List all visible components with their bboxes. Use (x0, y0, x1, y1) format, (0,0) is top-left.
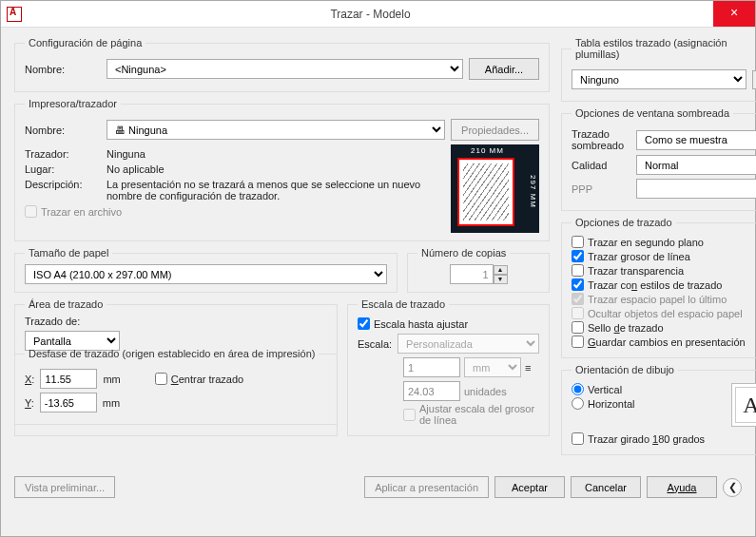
scale-equals: ≡ (525, 362, 539, 374)
apply-layout-button: Aplicar a presentación (364, 476, 489, 498)
plot-options-legend: Opciones de trazado (572, 217, 676, 228)
orientation-upside[interactable]: Trazar girado 180 grados (572, 432, 756, 445)
shaded-legend: Opciones de ventana sombreada (572, 107, 733, 119)
papersize-select[interactable]: ISO A4 (210.00 x 297.00 MM) (25, 264, 387, 284)
copies-input (450, 264, 494, 284)
page-config-legend: Configuración de página (25, 37, 145, 48)
scale-num-input (403, 357, 460, 377)
plotter-label: Trazador: (25, 148, 101, 160)
ok-button[interactable]: Aceptar (494, 476, 565, 498)
quality-label: Calidad (572, 160, 630, 171)
copies-down[interactable]: ▼ (494, 275, 508, 284)
scale-den-input (403, 381, 460, 401)
dpi-input (636, 179, 756, 199)
styletable-edit-button[interactable]: ☰ (752, 70, 756, 89)
scale-legend: Escala de trazado (358, 298, 449, 310)
page-config-name-label: Nombre: (25, 64, 101, 75)
copies-group: Número de copias ▲▼ (407, 247, 550, 293)
desc-value: La presentación no se trazará a menos qu… (107, 179, 436, 201)
offset-x-label: X: (25, 374, 34, 385)
offset-y-label: Y: (25, 397, 34, 409)
plotarea-legend: Área de trazado (25, 298, 107, 310)
plot-to-file-check: Trazar en archivo (25, 205, 436, 218)
printer-props-button: Propiedades... (451, 119, 539, 141)
scale-fit-check[interactable]: Escala hasta ajustar (358, 317, 539, 330)
offset-y-unit: mm (103, 397, 120, 409)
expand-button[interactable]: ❮ (723, 478, 742, 497)
plot-options-group: Opciones de trazado Trazar en segundo pl… (561, 217, 756, 358)
paper-preview: 210 MM 297 MM (451, 144, 539, 233)
papersize-legend: Tamaño de papel (25, 247, 112, 259)
desc-label: Descripción: (25, 179, 101, 190)
dpi-label: PPP (572, 183, 630, 195)
scale-select: Personalizada (397, 334, 539, 354)
orientation-icon: A (731, 383, 756, 427)
opt-paperspace-last: Trazar espacio papel lo último (572, 293, 756, 305)
shaded-group: Opciones de ventana sombreada Trazado so… (561, 107, 756, 211)
center-plot-check[interactable]: Centrar trazado (155, 373, 243, 385)
preview-width-label: 210 MM (451, 146, 524, 155)
opt-background[interactable]: Trazar en segundo plano (572, 236, 756, 248)
offset-y-input[interactable] (40, 393, 97, 412)
styletable-legend: Tabla estilos trazado (asignación plumil… (572, 37, 756, 60)
offset-group: Desfase de trazado (origen establecido e… (14, 348, 338, 425)
close-button[interactable]: × (713, 1, 755, 27)
offset-x-unit: mm (103, 374, 120, 385)
preview-button: Vista preliminar... (14, 476, 115, 498)
styletable-select[interactable]: Ninguno (572, 69, 746, 89)
orientation-group: Orientación de dibujo A Vertical Horizon… (561, 364, 756, 455)
opt-plotstyles[interactable]: Trazar con estilos de trazado (572, 278, 756, 291)
quality-select[interactable]: Normal (636, 155, 756, 175)
help-button[interactable]: Ayuda (647, 476, 717, 498)
page-config-name-select[interactable]: <Ninguna> (107, 59, 463, 79)
orientation-legend: Orientación de dibujo (572, 364, 678, 375)
opt-stamp[interactable]: Sello de trazado (572, 321, 756, 334)
scale-scale-label: Escala: (358, 338, 392, 350)
opt-lineweight[interactable]: Trazar grosor de línea (572, 250, 756, 262)
orientation-landscape[interactable]: Horizontal (572, 397, 731, 410)
window-title: Trazar - Modelo (28, 8, 713, 21)
location-label: Lugar: (25, 163, 101, 175)
plotter-value: Ninguna (107, 148, 145, 160)
page-config-add-button[interactable]: Añadir... (469, 58, 539, 80)
shade-select[interactable]: Como se muestra (636, 130, 756, 150)
printer-group: Impresora/trazador Nombre: 🖶 Ninguna Pro… (14, 98, 550, 241)
opt-hide-paperspace: Ocultar objetos del espacio papel (572, 307, 756, 319)
titlebar: Trazar - Modelo × (1, 1, 755, 28)
preview-paper-icon (457, 158, 514, 226)
plot-dialog: Trazar - Modelo × Configuración de págin… (0, 0, 756, 537)
printer-name-select[interactable]: 🖶 Ninguna (107, 120, 445, 140)
offset-legend: Desfase de trazado (origen establecido e… (25, 348, 319, 359)
printer-legend: Impresora/trazador (25, 98, 121, 109)
cancel-button[interactable]: Cancelar (571, 476, 641, 498)
app-icon (7, 7, 22, 22)
styletable-group: Tabla estilos trazado (asignación plumil… (561, 37, 756, 102)
scale-den-unit: unidades (464, 386, 521, 397)
scale-lw-check: Ajustar escala del grosor de línea (403, 403, 539, 426)
printer-name-label: Nombre: (25, 125, 101, 136)
preview-height-label: 297 MM (528, 156, 537, 227)
papersize-group: Tamaño de papel ISO A4 (210.00 x 297.00 … (14, 247, 397, 293)
opt-save-changes[interactable]: Guardar cambios en presentación (572, 336, 756, 348)
plotarea-label: Trazado de: (25, 316, 327, 327)
location-value: No aplicable (107, 163, 165, 175)
opt-transparency[interactable]: Trazar transparencia (572, 264, 756, 277)
shade-label: Trazado sombreado (572, 128, 630, 151)
scale-unit-select: mm (464, 357, 521, 377)
scale-group: Escala de trazado Escala hasta ajustar E… (347, 298, 550, 436)
footer: Vista preliminar... Aplicar a presentaci… (1, 470, 755, 508)
offset-x-input[interactable] (40, 369, 97, 389)
copies-up[interactable]: ▲ (494, 265, 508, 275)
copies-legend: Número de copias (417, 247, 510, 259)
page-config-group: Configuración de página Nombre: <Ninguna… (14, 37, 550, 92)
orientation-portrait[interactable]: Vertical (572, 383, 731, 395)
